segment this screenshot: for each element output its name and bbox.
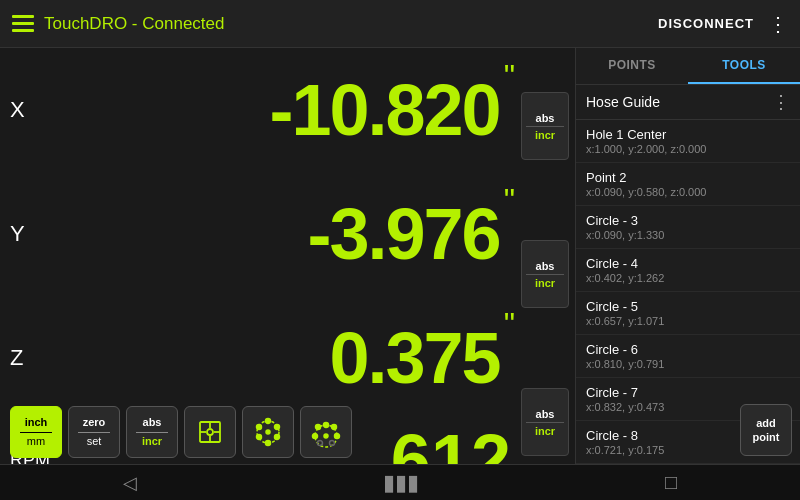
svg-point-15 bbox=[313, 434, 318, 439]
incr-label: incr bbox=[142, 435, 162, 448]
point-item[interactable]: Circle - 4 x:0.402, y:1.262 bbox=[576, 249, 800, 292]
bottom-toolbar: inch mm zero set abs incr bbox=[0, 400, 518, 464]
square-target-button[interactable] bbox=[184, 406, 236, 458]
point-coords: x:0.810, y:0.791 bbox=[586, 358, 790, 370]
z-abs-incr: abs incr bbox=[521, 388, 569, 456]
recent-nav-icon[interactable]: □ bbox=[665, 471, 677, 494]
svg-point-1 bbox=[207, 429, 213, 435]
zero-label: zero bbox=[83, 416, 106, 429]
header-left: TouchDRO - Connected bbox=[12, 14, 224, 34]
abs-label: abs bbox=[143, 416, 162, 429]
point-name: Circle - 3 bbox=[586, 213, 790, 228]
point-name: Circle - 7 bbox=[586, 385, 790, 400]
x-axis-unit: " bbox=[504, 48, 515, 95]
point-coords: x:0.090, y:1.330 bbox=[586, 229, 790, 241]
app-title: TouchDRO - Connected bbox=[44, 14, 224, 34]
y-axis-value: -3.976 bbox=[38, 198, 504, 270]
disconnect-button[interactable]: DISCONNECT bbox=[658, 16, 754, 31]
point-name: Hole 1 Center bbox=[586, 127, 790, 142]
header-right: DISCONNECT ⋮ bbox=[658, 12, 788, 36]
svg-point-19 bbox=[335, 434, 340, 439]
y-axis-row: Y -3.976 " bbox=[10, 172, 515, 296]
svg-point-11 bbox=[257, 435, 262, 440]
add-point-button[interactable]: add point bbox=[740, 404, 792, 456]
point-item[interactable]: Hole 1 Center x:1.000, y:2.000, z:0.000 bbox=[576, 120, 800, 163]
svg-point-13 bbox=[266, 430, 270, 434]
arc-pattern-button[interactable] bbox=[300, 406, 352, 458]
point-name: Point 2 bbox=[586, 170, 790, 185]
divider-line bbox=[136, 432, 168, 433]
y-abs-button[interactable]: abs bbox=[536, 260, 555, 272]
y-abs-incr: abs incr bbox=[521, 240, 569, 308]
overflow-menu-icon[interactable]: ⋮ bbox=[768, 12, 788, 36]
inch-mm-button[interactable]: inch mm bbox=[10, 406, 62, 458]
guide-menu-icon[interactable]: ⋮ bbox=[772, 91, 790, 113]
x-axis-value: -10.820 bbox=[38, 74, 504, 146]
point-name: Circle - 4 bbox=[586, 256, 790, 271]
abs-incr-column: abs incr abs incr abs incr bbox=[515, 48, 575, 500]
divider-line bbox=[20, 432, 52, 433]
hamburger-icon[interactable] bbox=[12, 15, 34, 32]
y-incr-button[interactable]: incr bbox=[535, 277, 555, 289]
point-coords: x:0.402, y:1.262 bbox=[586, 272, 790, 284]
svg-point-22 bbox=[318, 441, 323, 446]
panel-tabs: POINTS TOOLS bbox=[576, 48, 800, 85]
back-nav-icon[interactable]: ◁ bbox=[123, 472, 137, 494]
point-name: Circle - 6 bbox=[586, 342, 790, 357]
zero-set-button[interactable]: zero set bbox=[68, 406, 120, 458]
divider bbox=[526, 126, 564, 127]
svg-point-9 bbox=[275, 435, 280, 440]
z-axis-label: Z bbox=[10, 345, 38, 371]
point-coords: x:0.657, y:1.071 bbox=[586, 315, 790, 327]
svg-point-8 bbox=[275, 425, 280, 430]
tab-points[interactable]: POINTS bbox=[576, 48, 688, 84]
x-incr-button[interactable]: incr bbox=[535, 129, 555, 141]
inch-label: inch bbox=[25, 416, 48, 429]
svg-point-20 bbox=[324, 434, 328, 438]
y-axis-unit: " bbox=[504, 172, 515, 219]
z-axis-value: 0.375 bbox=[38, 322, 504, 394]
z-incr-button[interactable]: incr bbox=[535, 425, 555, 437]
point-item[interactable]: Circle - 3 x:0.090, y:1.330 bbox=[576, 206, 800, 249]
point-item[interactable]: Point 2 x:0.090, y:0.580, z:0.000 bbox=[576, 163, 800, 206]
x-axis-label: X bbox=[10, 97, 38, 123]
tab-tools[interactable]: TOOLS bbox=[688, 48, 800, 84]
circle-pattern-button[interactable] bbox=[242, 406, 294, 458]
y-axis-label: Y bbox=[10, 221, 38, 247]
point-coords: x:1.000, y:2.000, z:0.000 bbox=[586, 143, 790, 155]
svg-point-16 bbox=[316, 425, 321, 430]
set-label: set bbox=[87, 435, 102, 448]
header: TouchDRO - Connected DISCONNECT ⋮ bbox=[0, 0, 800, 48]
point-label: point bbox=[753, 430, 780, 444]
x-abs-button[interactable]: abs bbox=[536, 112, 555, 124]
mm-label: mm bbox=[27, 435, 45, 448]
abs-incr-toggle-button[interactable]: abs incr bbox=[126, 406, 178, 458]
svg-point-10 bbox=[266, 441, 271, 446]
svg-point-18 bbox=[332, 425, 337, 430]
x-axis-row: X -10.820 " bbox=[10, 48, 515, 172]
panel-header: Hose Guide ⋮ bbox=[576, 85, 800, 120]
svg-point-12 bbox=[257, 425, 262, 430]
x-abs-incr: abs incr bbox=[521, 92, 569, 160]
divider-line bbox=[78, 432, 110, 433]
svg-point-21 bbox=[330, 441, 335, 446]
home-nav-icon[interactable]: ▮▮▮ bbox=[383, 470, 419, 496]
point-coords: x:0.090, y:0.580, z:0.000 bbox=[586, 186, 790, 198]
guide-title: Hose Guide bbox=[586, 94, 772, 110]
divider bbox=[526, 274, 564, 275]
add-label: add bbox=[756, 416, 776, 430]
point-item[interactable]: Circle - 5 x:0.657, y:1.071 bbox=[576, 292, 800, 335]
svg-point-7 bbox=[266, 419, 271, 424]
point-name: Circle - 5 bbox=[586, 299, 790, 314]
point-item[interactable]: Circle - 6 x:0.810, y:0.791 bbox=[576, 335, 800, 378]
z-axis-unit: " bbox=[504, 296, 515, 343]
z-abs-button[interactable]: abs bbox=[536, 408, 555, 420]
svg-point-17 bbox=[324, 423, 329, 428]
bottom-nav-bar: ◁ ▮▮▮ □ bbox=[0, 464, 800, 500]
divider bbox=[526, 422, 564, 423]
